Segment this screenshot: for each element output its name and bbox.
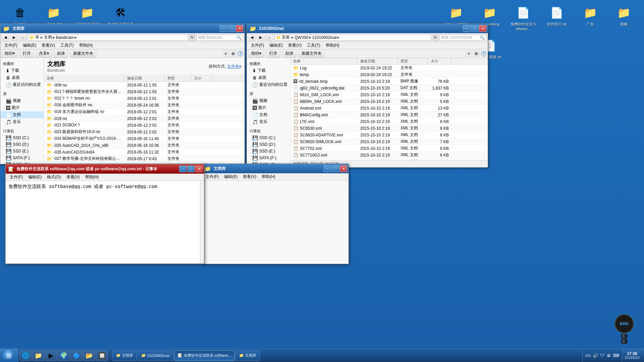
minimize-button-2[interactable]: ─ [463, 25, 470, 32]
sidebar-item-ssdc-2[interactable]: 💾SSD (C:) [247, 134, 290, 141]
table-row[interactable]: 📁 -024 BDMAP农村不动产V3.0-2019-04-17_64（... … [44, 135, 245, 142]
desktop-icon-video[interactable]: 📁 视频 [609, 3, 639, 33]
notepad-menu-file[interactable]: 文件(F) [7, 174, 25, 181]
taskbar-item-explorer2[interactable]: 📁 21010002mai [138, 350, 173, 361]
notepad-minimize[interactable]: ─ [179, 166, 186, 172]
burn-button-1[interactable]: 刻录 [54, 50, 68, 58]
table-row[interactable]: 📋 6610_SIM_LOCK.xml 2015-10-10 2:19 XML … [290, 92, 488, 98]
menu-edit-2[interactable]: 编辑(E) [267, 42, 285, 49]
menu-help-1[interactable]: 帮助(H) [76, 42, 96, 49]
sidebar-item-video-1[interactable]: 🎬视频 [0, 97, 44, 104]
table-row[interactable]: 📁 -016 金研图书软件 no 2019-05-24 16:36 文件夹 [44, 102, 245, 109]
show-desktop-button[interactable] [642, 349, 644, 362]
close-button-2[interactable]: ✕ [479, 25, 486, 32]
organize-button-1[interactable]: 组织▾ [2, 50, 18, 58]
table-row[interactable]: 📋 LTE.xml 2015-10-10 2:19 XML 文档 8 KB [290, 118, 488, 125]
sidebar-item-docs-1[interactable]: 📄文档 [0, 111, 44, 118]
table-row[interactable]: 📁 -025 AutoCAD_2014_Chs_x86 2019-05-16 1… [44, 142, 245, 149]
notepad-close[interactable]: ✕ [195, 166, 203, 172]
sidebar-item-sataf-1[interactable]: 💾SATA (F:) [0, 155, 44, 161]
notepad-maximize[interactable]: □ [187, 166, 195, 172]
table-row[interactable]: 📋 Android.xml 2015-10-10 2:19 XML 文档 13 … [290, 105, 488, 112]
taskbar-chrome[interactable]: 🌍 [58, 350, 70, 361]
taskbar-item-explorer3[interactable]: 📁 文档库 [235, 350, 260, 361]
table-row[interactable]: 📋 SC7702.xml 2015-10-10 2:19 XML 文档 6 KB [290, 145, 488, 152]
table-row[interactable]: 📁 -027 教学导播-北华文科科技有限公司 华文... 2019-05-17 … [44, 156, 245, 162]
sidebar-item-sataf-2[interactable]: 💾SATA (F:) [247, 155, 290, 161]
sidebar-item-ssdd-2[interactable]: 💾SSD (D:) [247, 141, 290, 148]
sidebar-item-video-2[interactable]: 🎬视频 [247, 97, 290, 104]
table-row[interactable]: 🖼 rdl_bkmark.bmp 2015-10-10 2:19 BMP 图像 … [290, 78, 488, 85]
sidebar-item-ssde-2[interactable]: 💾SSD (E:) [247, 148, 290, 155]
sidebar-item-download-1[interactable]: ⬇下载 [0, 67, 44, 74]
taskbar-ie[interactable]: 🌐 [19, 350, 32, 361]
table-row[interactable]: 📄 qj02_0922_cellconfig.dat 2015-10-10 5:… [290, 85, 488, 92]
sidebar-item-ssdd-1[interactable]: 💾SSD (D:) [0, 141, 44, 148]
menu-edit-1[interactable]: 编辑(E) [20, 42, 39, 49]
table-row[interactable]: 📁 Log 2019-02-24 19:22 文件夹 [290, 65, 488, 71]
sidebar-item-pictures-1[interactable]: 🖼图片 [0, 104, 44, 111]
sidebar-item-recent-1[interactable]: 🕐最近访问的位置 [0, 81, 44, 88]
address-path-2[interactable]: 📁 安装 ▶ QW200 ▶ 21010002mai ▶ [274, 34, 431, 41]
sidebar-item-ssde-1[interactable]: 💾SSD (E:) [0, 148, 44, 155]
menu-file-2[interactable]: 文件(F) [248, 42, 267, 49]
up-button-1[interactable]: ↑ [19, 34, 26, 41]
sidebar-item-pictures-2[interactable]: 🖼图片 [247, 104, 290, 111]
sort-selector-1[interactable]: 文件夹▾ [227, 64, 241, 69]
forward-button-2[interactable]: ▶ [257, 34, 264, 41]
menu-view-3[interactable]: 查看(V) [240, 173, 259, 180]
taskbar-app4[interactable]: 🔷 [70, 350, 83, 361]
menu-file-3[interactable]: 文件(F) [203, 173, 221, 180]
notepad-menu-format[interactable]: 格式(O) [44, 174, 63, 181]
table-row[interactable]: 📁 -019 no 2019-05-12 2:02 文件夹 [44, 115, 245, 122]
notepad-menu-edit[interactable]: 编辑(E) [25, 174, 44, 181]
taskbar-media[interactable]: ▶ [45, 350, 57, 361]
open-button-2[interactable]: 打开 [266, 50, 280, 58]
menu-edit-3[interactable]: 编辑(E) [221, 173, 240, 180]
table-row[interactable]: 📁 -023 新易算科软件10.0 no 2019-05-12 2:02 文件夹 [44, 129, 245, 135]
minimize-button-1[interactable]: ─ [220, 25, 227, 32]
table-row[interactable]: 📁 -018 东方通达信金融终端 no 2019-05-12 2:01 文件夹 [44, 109, 245, 115]
view-details[interactable]: ⊞ [230, 50, 236, 57]
up-button-2[interactable]: ↑ [266, 34, 273, 41]
table-row[interactable]: 📋 BMAConfig.xml 2015-10-10 2:19 XML 文档 2… [290, 112, 488, 118]
taskbar-item-explorer1[interactable]: 📁 文档库 [112, 350, 137, 361]
menu-tools-1[interactable]: 工具(T) [58, 42, 76, 49]
view-icons[interactable]: ≡ [223, 50, 228, 57]
table-row[interactable]: 📁 temp 2019-02-24 19:22 文件夹 [290, 71, 488, 78]
minimize-button-3[interactable]: ─ [324, 165, 331, 172]
close-button-3[interactable]: ✕ [340, 165, 347, 172]
address-path-1[interactable]: 📁 库 ▶ 文档 ▶ Bandicam ▶ [28, 34, 188, 41]
maximize-button-3[interactable]: □ [332, 165, 339, 172]
notepad-textarea[interactable] [6, 181, 200, 263]
notepad-scrollbar[interactable] [200, 181, 204, 263]
system-clock[interactable]: 17:36 2019/5/24 [622, 349, 642, 362]
view-details-2[interactable]: ⊞ [473, 50, 480, 57]
taskbar-item-notepad[interactable]: 📝 免费软件交流联系 softbase... [174, 350, 235, 361]
menu-help-2[interactable]: 帮助(H) [323, 42, 342, 49]
refresh-button-1[interactable]: ↻ [190, 34, 195, 41]
search-box-1[interactable]: 搜索 Bandicam 🔍 [196, 34, 243, 41]
menu-view-2[interactable]: 查看(V) [285, 42, 304, 49]
view-icons-2[interactable]: ≡ [466, 50, 472, 57]
sidebar-item-desktop-1[interactable]: 🖥桌面 [0, 74, 44, 81]
desktop-icon-brief[interactable]: 📄 软件简介.txt [542, 3, 572, 33]
menu-view-1[interactable]: 查看(V) [39, 42, 58, 49]
back-button-2[interactable]: ◀ [248, 34, 256, 41]
volume-icon[interactable]: 🔊 [593, 353, 598, 358]
table-row[interactable]: 📁 -021 DCBOX？ 2019-05-12 2:02 文件夹 [44, 122, 245, 129]
table-row[interactable]: 📋 SC6820-SIMLOCK.xml 2015-10-10 2:19 XML… [290, 138, 488, 145]
sidebar-item-desktop-2[interactable]: 🖥桌面 [247, 74, 290, 81]
open-button-1[interactable]: 打开 [20, 50, 34, 58]
maximize-button-1[interactable]: □ [228, 25, 235, 32]
burn-button-2[interactable]: 刻录 [282, 50, 297, 58]
desktop-icon-software-txt[interactable]: 📄 免费软件交流 Software... [508, 3, 538, 33]
notepad-menu-help[interactable]: 帮助(H) [83, 174, 102, 181]
new-folder-button-2[interactable]: 新建文件夹 [299, 50, 325, 58]
new-folder-button-1[interactable]: 新建文件夹 [70, 50, 96, 58]
share-button-1[interactable]: 共享▾ [36, 50, 52, 58]
table-row[interactable]: 📁 -026 AutoCAD2014x64 2019-05-16 11:32 文… [44, 149, 245, 156]
sidebar-item-music-2[interactable]: 🎵音乐 [247, 118, 290, 125]
close-button-1[interactable]: ✕ [236, 25, 243, 32]
desktop-icon-ads[interactable]: 📁 广告 [575, 3, 605, 33]
